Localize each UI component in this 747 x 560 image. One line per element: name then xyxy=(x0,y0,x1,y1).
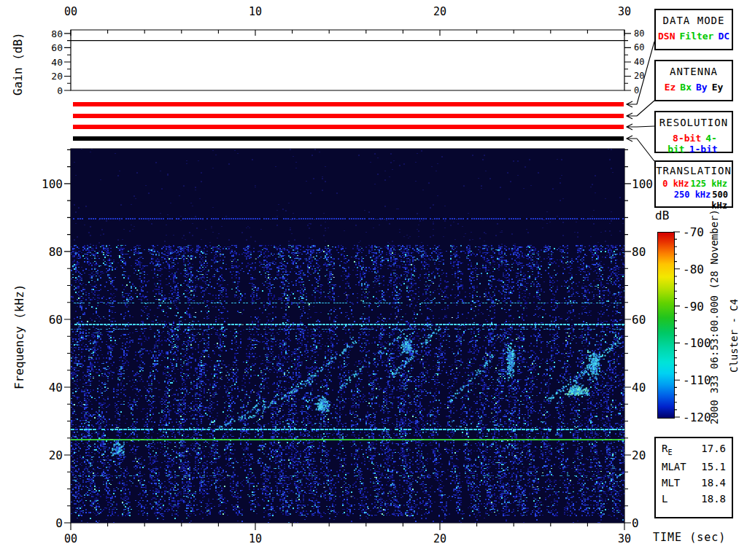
ephemeris-value: 15.1 xyxy=(701,461,726,472)
legend-item: 500 kHz xyxy=(711,190,728,211)
gain-tick-label-right: 40 xyxy=(634,57,644,67)
colorbar-tick-label: -80 xyxy=(683,262,704,276)
legend-title: TRANSLATION xyxy=(656,165,732,176)
legend-translation: TRANSLATION 0 kHz125 kHz250 kHz500 kHz xyxy=(654,160,733,208)
legend-antenna: ANTENNA EzBxByEy xyxy=(654,60,733,101)
bottom-time-tick-label: 20 xyxy=(427,532,453,545)
legend-title: RESOLUTION xyxy=(656,117,732,128)
gain-tick-label-left: 40 xyxy=(41,57,63,68)
time-axis-label: TIME (sec) xyxy=(653,531,726,544)
legend-items: DSNFilterDC xyxy=(656,31,732,42)
legend-row: 8-bit4-bit1-bit xyxy=(656,133,732,155)
top-time-tick-label: 10 xyxy=(242,5,268,18)
freq-tick-label-right: 20 xyxy=(632,448,646,462)
top-time-tick-label: 00 xyxy=(58,5,84,18)
legend-item: 125 kHz xyxy=(690,179,727,189)
ephemeris-value: 18.8 xyxy=(701,493,726,505)
legend-items: 0 kHz125 kHz250 kHz500 kHz xyxy=(656,179,732,211)
colorbar-tick-label: -90 xyxy=(683,300,704,314)
spectrogram-canvas xyxy=(71,149,624,523)
freq-tick-label-left: 80 xyxy=(32,245,63,259)
freq-tick-label-right: 40 xyxy=(632,381,646,394)
legend-item: Bx xyxy=(680,82,692,93)
ephemeris-box: RE 17.6 MLAT 15.1 MLT 18.4 L 18.8 xyxy=(654,437,733,518)
ephemeris-label: MLT xyxy=(662,477,680,489)
legend-item: 8-bit xyxy=(673,133,701,144)
legend-item: Ey xyxy=(712,82,724,93)
spacecraft-label: Cluster - C4 xyxy=(727,290,740,381)
ephemeris-label: RE xyxy=(662,443,672,456)
wbd-spectrogram-display: Gain (dB) Frequency (kHz) DATA MODE DSNF… xyxy=(0,0,747,560)
freq-tick-label-left: 20 xyxy=(32,448,63,462)
freq-tick-label-left: 60 xyxy=(32,313,63,327)
status-bar xyxy=(73,114,624,118)
legend-item: Ez xyxy=(665,82,676,93)
freq-tick-label-left: 100 xyxy=(32,177,63,191)
gain-tick-label-right: 20 xyxy=(634,71,644,81)
legend-title: DATA MODE xyxy=(656,15,732,26)
legend-item: 250 kHz xyxy=(674,190,711,200)
ephemeris-value: 17.6 xyxy=(701,443,726,456)
gain-tick-label-right: 80 xyxy=(634,28,644,39)
legend-item: 0 kHz xyxy=(662,179,689,189)
ephemeris-label: MLAT xyxy=(662,461,686,472)
ephemeris-row: MLAT 15.1 xyxy=(656,461,732,472)
status-bar xyxy=(73,102,624,106)
ephemeris-row: L 18.8 xyxy=(656,493,732,505)
bottom-time-tick-label: 30 xyxy=(611,532,638,545)
legend-item: By xyxy=(696,82,708,93)
ephemeris-label: L xyxy=(662,493,667,505)
legend-item: DSN xyxy=(658,31,675,42)
legend-item: 1-bit xyxy=(689,144,718,155)
gain-frame xyxy=(71,30,624,90)
colorbar xyxy=(657,232,675,419)
timestamp-text: 2000 333 06:53:00.000 (28 November) xyxy=(708,210,721,424)
gain-tick-label-left: 20 xyxy=(41,71,63,82)
top-time-tick-label: 20 xyxy=(427,5,453,18)
top-time-tick-label: 30 xyxy=(611,5,638,18)
legend-row: 0 kHz125 kHz xyxy=(656,179,728,190)
colorbar-tick-label: -100 xyxy=(683,336,711,350)
legend-resolution: RESOLUTION 8-bit4-bit1-bit xyxy=(654,111,733,153)
gain-tick-label-left: 60 xyxy=(41,42,63,53)
status-bar xyxy=(73,136,624,141)
freq-tick-label-right: 60 xyxy=(632,313,646,327)
legend-items: EzBxByEy xyxy=(656,82,732,93)
freq-tick-label-right: 100 xyxy=(632,177,653,191)
legend-row: DSNFilterDC xyxy=(656,31,732,42)
ephemeris-row: RE 17.6 xyxy=(656,443,732,456)
legend-data-mode: DATA MODE DSNFilterDC xyxy=(654,9,733,50)
freq-tick-label-left: 0 xyxy=(32,516,63,530)
colorbar-tick-label: -70 xyxy=(683,225,704,239)
legend-items: 8-bit4-bit1-bit xyxy=(656,133,732,155)
gain-tick-label-right: 0 xyxy=(634,85,639,96)
gain-tick-label-right: 60 xyxy=(634,42,644,52)
colorbar-db-label: dB xyxy=(655,209,669,222)
ephemeris-row: MLT 18.4 xyxy=(656,477,732,489)
bottom-time-tick-label: 10 xyxy=(242,532,268,545)
gain-tick-label-left: 80 xyxy=(41,28,63,39)
frequency-axis-label: Frequency (kHz) xyxy=(13,271,26,402)
freq-tick-label-right: 0 xyxy=(632,516,639,530)
gain-tick-label-left: 0 xyxy=(41,85,63,96)
legend-row: EzBxByEy xyxy=(656,82,732,93)
colorbar-tick-label: -110 xyxy=(683,373,711,387)
freq-tick-label-right: 80 xyxy=(632,245,646,259)
status-bar xyxy=(73,125,624,129)
bottom-time-tick-label: 00 xyxy=(58,532,84,545)
legend-item: Filter xyxy=(679,31,713,42)
legend-title: ANTENNA xyxy=(656,66,732,77)
colorbar-tick-label: -120 xyxy=(683,411,711,424)
legend-item: DC xyxy=(718,31,729,42)
ephemeris-value: 18.4 xyxy=(701,477,726,489)
gain-axis-label: Gain (dB) xyxy=(12,29,25,99)
freq-tick-label-left: 40 xyxy=(32,381,63,394)
